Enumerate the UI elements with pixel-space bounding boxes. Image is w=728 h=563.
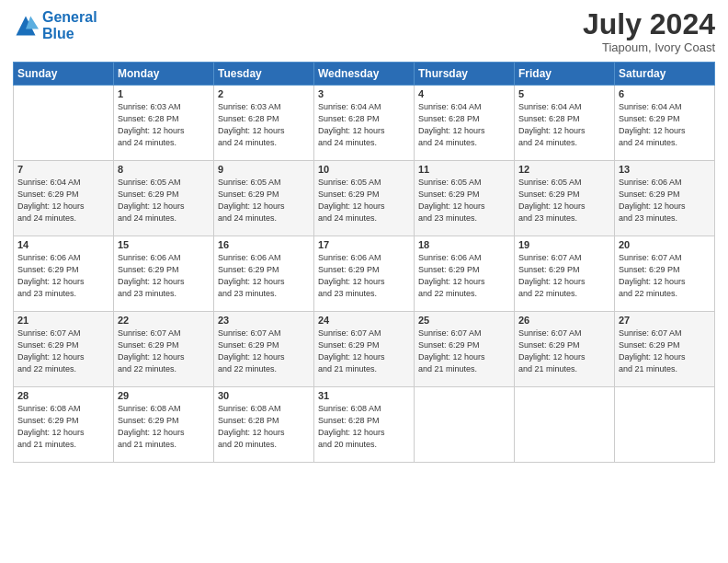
title-area: July 2024 Tiapoum, Ivory Coast xyxy=(583,9,715,54)
day-number: 30 xyxy=(218,390,310,401)
calendar-cell: 5Sunrise: 6:04 AMSunset: 6:28 PMDaylight… xyxy=(515,86,615,161)
calendar-cell: 23Sunrise: 6:07 AMSunset: 6:29 PMDayligh… xyxy=(214,312,314,387)
calendar-cell: 26Sunrise: 6:07 AMSunset: 6:29 PMDayligh… xyxy=(515,312,615,387)
day-number: 29 xyxy=(118,390,210,401)
calendar-table: Sunday Monday Tuesday Wednesday Thursday… xyxy=(13,62,715,463)
day-number: 24 xyxy=(318,315,410,326)
day-info: Sunrise: 6:06 AMSunset: 6:29 PMDaylight:… xyxy=(17,252,109,300)
day-number: 19 xyxy=(518,239,610,250)
day-info: Sunrise: 6:04 AMSunset: 6:29 PMDaylight:… xyxy=(17,177,109,224)
calendar-cell xyxy=(14,86,114,161)
calendar-cell: 18Sunrise: 6:06 AMSunset: 6:29 PMDayligh… xyxy=(415,236,515,312)
header: General Blue July 2024 Tiapoum, Ivory Co… xyxy=(13,9,715,54)
col-saturday: Saturday xyxy=(615,63,715,86)
day-info: Sunrise: 6:08 AMSunset: 6:29 PMDaylight:… xyxy=(17,403,109,451)
calendar-cell: 19Sunrise: 6:07 AMSunset: 6:29 PMDayligh… xyxy=(515,236,615,312)
day-info: Sunrise: 6:05 AMSunset: 6:29 PMDaylight:… xyxy=(218,177,310,224)
logo-icon xyxy=(13,13,39,39)
day-number: 15 xyxy=(118,239,210,250)
col-tuesday: Tuesday xyxy=(214,63,314,86)
logo: General Blue xyxy=(13,9,97,41)
day-number: 6 xyxy=(619,88,711,99)
logo-text: General Blue xyxy=(42,9,97,41)
day-info: Sunrise: 6:07 AMSunset: 6:29 PMDaylight:… xyxy=(619,327,711,375)
calendar-cell: 17Sunrise: 6:06 AMSunset: 6:29 PMDayligh… xyxy=(314,236,415,312)
day-number: 18 xyxy=(418,239,510,250)
calendar-cell: 21Sunrise: 6:07 AMSunset: 6:29 PMDayligh… xyxy=(14,312,114,387)
week-row-5: 28Sunrise: 6:08 AMSunset: 6:29 PMDayligh… xyxy=(14,387,715,463)
day-info: Sunrise: 6:06 AMSunset: 6:29 PMDaylight:… xyxy=(418,252,510,300)
calendar-cell: 7Sunrise: 6:04 AMSunset: 6:29 PMDaylight… xyxy=(14,161,114,236)
col-monday: Monday xyxy=(114,63,214,86)
day-info: Sunrise: 6:03 AMSunset: 6:28 PMDaylight:… xyxy=(218,101,310,149)
day-info: Sunrise: 6:07 AMSunset: 6:29 PMDaylight:… xyxy=(218,327,310,375)
location: Tiapoum, Ivory Coast xyxy=(583,40,715,54)
calendar-cell: 9Sunrise: 6:05 AMSunset: 6:29 PMDaylight… xyxy=(214,161,314,236)
month-year: July 2024 xyxy=(583,9,715,39)
day-number: 21 xyxy=(17,315,109,326)
calendar-cell: 14Sunrise: 6:06 AMSunset: 6:29 PMDayligh… xyxy=(14,236,114,312)
calendar-cell: 13Sunrise: 6:06 AMSunset: 6:29 PMDayligh… xyxy=(615,161,715,236)
calendar-cell: 3Sunrise: 6:04 AMSunset: 6:28 PMDaylight… xyxy=(314,86,415,161)
col-friday: Friday xyxy=(515,63,615,86)
day-number: 31 xyxy=(318,390,410,401)
day-info: Sunrise: 6:06 AMSunset: 6:29 PMDaylight:… xyxy=(318,252,410,300)
day-number: 25 xyxy=(418,315,510,326)
week-row-4: 21Sunrise: 6:07 AMSunset: 6:29 PMDayligh… xyxy=(14,312,715,387)
calendar-cell: 29Sunrise: 6:08 AMSunset: 6:29 PMDayligh… xyxy=(114,387,214,463)
day-number: 7 xyxy=(17,164,109,175)
calendar-cell: 1Sunrise: 6:03 AMSunset: 6:28 PMDaylight… xyxy=(114,86,214,161)
day-info: Sunrise: 6:07 AMSunset: 6:29 PMDaylight:… xyxy=(318,327,410,375)
day-number: 22 xyxy=(118,315,210,326)
day-info: Sunrise: 6:07 AMSunset: 6:29 PMDaylight:… xyxy=(619,252,711,300)
day-info: Sunrise: 6:06 AMSunset: 6:29 PMDaylight:… xyxy=(619,177,711,224)
calendar-cell: 22Sunrise: 6:07 AMSunset: 6:29 PMDayligh… xyxy=(114,312,214,387)
day-info: Sunrise: 6:08 AMSunset: 6:28 PMDaylight:… xyxy=(218,403,310,451)
day-number: 23 xyxy=(218,315,310,326)
day-number: 2 xyxy=(218,88,310,99)
day-info: Sunrise: 6:08 AMSunset: 6:28 PMDaylight:… xyxy=(318,403,410,451)
day-info: Sunrise: 6:07 AMSunset: 6:29 PMDaylight:… xyxy=(518,252,610,300)
day-number: 12 xyxy=(518,164,610,175)
calendar-cell: 11Sunrise: 6:05 AMSunset: 6:29 PMDayligh… xyxy=(415,161,515,236)
day-number: 11 xyxy=(418,164,510,175)
day-info: Sunrise: 6:07 AMSunset: 6:29 PMDaylight:… xyxy=(118,327,210,375)
day-info: Sunrise: 6:05 AMSunset: 6:29 PMDaylight:… xyxy=(318,177,410,224)
day-number: 27 xyxy=(619,315,711,326)
calendar-cell: 16Sunrise: 6:06 AMSunset: 6:29 PMDayligh… xyxy=(214,236,314,312)
calendar-cell: 31Sunrise: 6:08 AMSunset: 6:28 PMDayligh… xyxy=(314,387,415,463)
day-info: Sunrise: 6:04 AMSunset: 6:28 PMDaylight:… xyxy=(418,101,510,149)
day-info: Sunrise: 6:06 AMSunset: 6:29 PMDaylight:… xyxy=(218,252,310,300)
day-number: 1 xyxy=(118,88,210,99)
calendar-page: General Blue July 2024 Tiapoum, Ivory Co… xyxy=(0,0,728,563)
calendar-cell: 10Sunrise: 6:05 AMSunset: 6:29 PMDayligh… xyxy=(314,161,415,236)
day-number: 3 xyxy=(318,88,410,99)
day-info: Sunrise: 6:07 AMSunset: 6:29 PMDaylight:… xyxy=(418,327,510,375)
day-number: 14 xyxy=(17,239,109,250)
col-thursday: Thursday xyxy=(415,63,515,86)
day-info: Sunrise: 6:08 AMSunset: 6:29 PMDaylight:… xyxy=(118,403,210,451)
day-number: 5 xyxy=(518,88,610,99)
day-number: 16 xyxy=(218,239,310,250)
day-info: Sunrise: 6:07 AMSunset: 6:29 PMDaylight:… xyxy=(518,327,610,375)
day-number: 8 xyxy=(118,164,210,175)
calendar-cell: 27Sunrise: 6:07 AMSunset: 6:29 PMDayligh… xyxy=(615,312,715,387)
calendar-cell: 8Sunrise: 6:05 AMSunset: 6:29 PMDaylight… xyxy=(114,161,214,236)
calendar-cell: 25Sunrise: 6:07 AMSunset: 6:29 PMDayligh… xyxy=(415,312,515,387)
day-number: 17 xyxy=(318,239,410,250)
calendar-cell: 30Sunrise: 6:08 AMSunset: 6:28 PMDayligh… xyxy=(214,387,314,463)
calendar-cell xyxy=(415,387,515,463)
calendar-cell: 20Sunrise: 6:07 AMSunset: 6:29 PMDayligh… xyxy=(615,236,715,312)
calendar-cell: 28Sunrise: 6:08 AMSunset: 6:29 PMDayligh… xyxy=(14,387,114,463)
header-row: Sunday Monday Tuesday Wednesday Thursday… xyxy=(14,63,715,86)
calendar-cell xyxy=(515,387,615,463)
day-info: Sunrise: 6:04 AMSunset: 6:28 PMDaylight:… xyxy=(318,101,410,149)
day-info: Sunrise: 6:03 AMSunset: 6:28 PMDaylight:… xyxy=(118,101,210,149)
col-wednesday: Wednesday xyxy=(314,63,415,86)
day-info: Sunrise: 6:05 AMSunset: 6:29 PMDaylight:… xyxy=(118,177,210,224)
week-row-1: 1Sunrise: 6:03 AMSunset: 6:28 PMDaylight… xyxy=(14,86,715,161)
day-info: Sunrise: 6:06 AMSunset: 6:29 PMDaylight:… xyxy=(118,252,210,300)
calendar-cell xyxy=(615,387,715,463)
day-info: Sunrise: 6:04 AMSunset: 6:29 PMDaylight:… xyxy=(619,101,711,149)
day-number: 4 xyxy=(418,88,510,99)
